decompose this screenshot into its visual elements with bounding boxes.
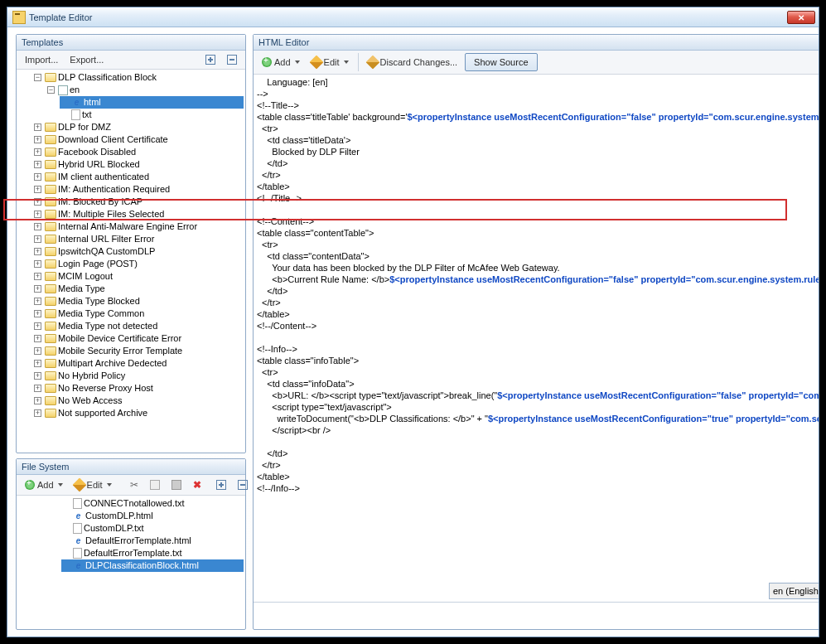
tree-item[interactable]: +Multipart Archive Dedected [33, 357, 244, 370]
expand-toggle[interactable]: + [34, 198, 41, 206]
tree-item[interactable]: +MCIM Logout [33, 270, 244, 283]
fs-item[interactable]: DefaultErrorTemplate.html [61, 535, 244, 547]
filesystem-header: File System [17, 459, 245, 475]
expand-all-button[interactable] [201, 53, 220, 66]
tree-item[interactable]: +IpswitchQA CustomDLP [33, 245, 244, 258]
editor-edit-button[interactable]: Edit [307, 56, 353, 69]
expand-toggle[interactable]: + [34, 298, 41, 305]
import-button[interactable]: Import... [21, 53, 62, 66]
tree-item[interactable]: +No Reverse Proxy Host [33, 382, 244, 395]
tree-item[interactable]: +Media Type not detected [33, 320, 244, 332]
close-button[interactable]: ✕ [787, 11, 815, 24]
fs-expand-all-button[interactable] [212, 478, 230, 491]
template-editor-window: Template Editor ✕ Templates Import... Ex… [7, 7, 819, 637]
fs-add-button[interactable]: Add [21, 478, 67, 491]
collapse-all-button[interactable] [223, 53, 241, 66]
expand-toggle[interactable]: + [34, 397, 41, 404]
fs-edit-button[interactable]: Edit [70, 478, 116, 491]
language-row: en (English) Preview... [254, 579, 819, 602]
expand-toggle[interactable]: + [34, 335, 41, 342]
tree-item[interactable]: +No Web Access [33, 395, 244, 407]
tree-item[interactable]: +Hybrid URL Blocked [33, 158, 244, 171]
expand-toggle[interactable]: + [34, 260, 41, 268]
folder-icon [45, 409, 56, 418]
editor-add-button[interactable]: Add [258, 56, 304, 69]
fs-item[interactable]: CustomDLP.html [61, 510, 244, 522]
editor-toolbar: Add Edit Discard Changes... Show Source [254, 51, 819, 75]
expand-toggle[interactable]: + [34, 235, 41, 243]
export-button[interactable]: Export... [65, 53, 108, 66]
fs-item[interactable]: CustomDLP.txt [61, 522, 244, 535]
fs-copy-button[interactable] [146, 478, 164, 491]
tree-item-label: No Web Access [58, 395, 122, 407]
language-select[interactable]: en (English) [769, 583, 819, 599]
tree-item[interactable]: +Mobile Device Certificate Error [33, 332, 244, 345]
tree-item[interactable]: +Media Type Blocked [33, 295, 244, 307]
expand-toggle[interactable]: + [34, 223, 41, 230]
fs-collapse-all-button[interactable] [234, 478, 252, 491]
folder-icon [45, 210, 56, 219]
expand-toggle[interactable]: + [34, 161, 41, 168]
expand-toggle[interactable]: + [34, 123, 41, 131]
tree-node-label[interactable]: en [70, 84, 80, 96]
tree-item[interactable]: +IM: Blocked By ICAP [33, 196, 244, 208]
tree-item[interactable]: +IM client authenticated [33, 171, 244, 183]
expand-toggle[interactable]: + [34, 372, 41, 380]
templates-tree[interactable]: − DLP Classification Block − en [17, 70, 245, 453]
expand-toggle[interactable]: + [34, 385, 41, 392]
expand-toggle[interactable]: + [34, 136, 41, 143]
expand-toggle[interactable]: + [34, 360, 41, 367]
expand-toggle[interactable]: − [34, 74, 41, 81]
tree-item-label: IM: Authentication Required [58, 183, 170, 196]
folder-icon [45, 396, 56, 405]
txt-file-icon [73, 498, 82, 509]
fs-item-label: DefaultErrorTemplate.txt [84, 547, 182, 559]
fs-item-label: DefaultErrorTemplate.html [85, 535, 191, 547]
expand-toggle[interactable]: + [34, 409, 41, 417]
expand-toggle[interactable]: + [34, 173, 41, 181]
fs-item[interactable]: DLPClassificationBlock.html [61, 559, 244, 572]
show-source-button[interactable]: Show Source [465, 53, 537, 71]
tree-item[interactable]: +Facebook Disabled [33, 146, 244, 158]
fs-cut-button[interactable]: ✂ [126, 477, 142, 492]
folder-icon [45, 359, 56, 368]
tree-item[interactable]: +Internal Anti-Malware Engine Error [33, 220, 244, 233]
tree-item[interactable]: +Internal URL Filter Error [33, 233, 244, 245]
expand-toggle[interactable]: + [34, 273, 41, 280]
expand-toggle[interactable]: + [34, 310, 41, 317]
tree-item[interactable]: +Media Type [33, 283, 244, 295]
expand-toggle[interactable]: + [34, 285, 41, 293]
expand-toggle[interactable]: + [34, 211, 41, 218]
tree-item-label: MCIM Logout [58, 270, 113, 283]
tree-file-html[interactable]: html [84, 96, 101, 109]
expand-toggle[interactable]: + [34, 248, 41, 255]
tree-item[interactable]: +Mobile Security Error Template [33, 345, 244, 357]
filesystem-panel: File System Add Edit ✂ ✖ CONNECTnotallow… [16, 458, 246, 630]
filesystem-tree[interactable]: CONNECTnotallowed.txtCustomDLP.htmlCusto… [17, 496, 245, 629]
fs-item[interactable]: DefaultErrorTemplate.txt [61, 547, 244, 559]
tree-item[interactable]: +No Hybrid Policy [33, 370, 244, 382]
expand-toggle[interactable]: + [34, 148, 41, 156]
tree-item[interactable]: +Not supported Archive [33, 407, 244, 419]
tree-item[interactable]: +IM: Multiple Files Selected [33, 208, 244, 220]
tree-item[interactable]: +DLP for DMZ [33, 121, 244, 133]
discard-changes-button[interactable]: Discard Changes... [364, 56, 462, 69]
folder-icon [45, 247, 56, 256]
fs-item[interactable]: CONNECTnotallowed.txt [61, 497, 244, 510]
expand-toggle[interactable]: + [34, 186, 41, 193]
tree-item[interactable]: +Login Page (POST) [33, 258, 244, 270]
tree-node-label[interactable]: DLP Classification Block [58, 71, 157, 84]
tree-file-txt[interactable]: txt [82, 109, 92, 121]
tree-item[interactable]: +Media Type Common [33, 307, 244, 320]
code-editor[interactable]: Language: [en] --> <!--Title--> <table c… [254, 75, 819, 579]
expand-toggle[interactable]: + [34, 347, 41, 355]
app-icon [12, 11, 26, 24]
tree-item[interactable]: +Download Client Certificate [33, 133, 244, 146]
fs-delete-button[interactable]: ✖ [189, 477, 205, 492]
fs-paste-button[interactable] [167, 478, 186, 491]
expand-toggle[interactable]: − [47, 86, 55, 94]
expand-toggle[interactable]: + [34, 322, 41, 330]
tree-item[interactable]: +IM: Authentication Required [33, 183, 244, 196]
tree-item-label: IpswitchQA CustomDLP [58, 245, 155, 258]
folder-icon [45, 172, 56, 182]
